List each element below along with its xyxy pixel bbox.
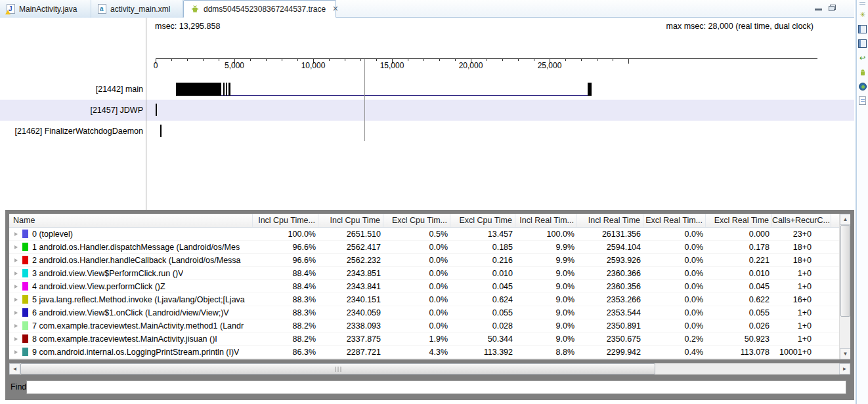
column-header[interactable]: Incl Cpu Time... [253,214,318,227]
cell-incl_cpu_pct: 88.3% [253,308,318,317]
minimized-views-strip: ✳ ↩ [856,0,868,404]
main-thread-activity-bar[interactable] [588,83,592,96]
strip-handle[interactable] [859,2,865,5]
tab-mainactivity-java[interactable]: J MainActivity.java [0,0,91,18]
thread-row[interactable]: [21442] main [0,79,854,100]
cell-incl_cpu: 2562.232 [318,256,383,265]
cell-calls: 1+0 [772,269,831,278]
column-header[interactable]: Excl Real Tim... [643,214,706,227]
column-header[interactable]: Calls+RecurC... [772,214,831,227]
scroll-right-icon[interactable]: ► [839,363,850,374]
thread-row[interactable]: [21462] FinalizerWatchdogDaemon [0,121,854,142]
table-row[interactable]: 5 java.lang.reflect.Method.invoke (Ljava… [9,293,850,306]
cell-excl_cpu_pct: 0.5% [383,230,450,239]
ruler-tick [360,58,361,61]
method-color-chip [22,295,28,304]
method-name: 8 com.example.traceviewtest.MainActivity… [32,334,217,344]
table-row[interactable]: 3 android.view.View$PerformClick.run ()V… [9,267,850,280]
column-header[interactable]: Incl Real Tim... [515,214,577,227]
table-row[interactable]: 0 (toplevel)100.0%2651.5100.5%13.457100.… [9,228,850,241]
android-icon [190,5,200,14]
cell-incl_cpu: 2651.510 [318,230,383,239]
column-header[interactable]: Excl Cpu Time [450,214,515,227]
panel-view-icon[interactable] [858,39,867,48]
label-divider[interactable] [146,18,146,210]
scroll-left-icon[interactable]: ◄ [9,363,20,374]
expand-arrow-icon[interactable] [14,245,18,249]
column-header[interactable]: Excl Real Time [706,214,772,227]
cell-incl_cpu: 2340.151 [318,295,383,304]
column-header[interactable]: Excl Cpu Tim... [383,214,450,227]
thread-label: [21442] main [0,79,143,100]
cell-excl_cpu_pct: 0.0% [383,256,450,265]
expand-arrow-icon[interactable] [14,311,18,315]
panel-view-icon[interactable] [858,25,867,33]
method-name: 5 java.lang.reflect.Method.invoke (Ljava… [32,295,245,304]
java-file-icon: J [7,4,15,14]
cell-excl_cpu_pct: 0.0% [383,269,450,278]
tab-label: MainActivity.java [19,5,77,14]
minimize-view-icon[interactable] [815,5,822,10]
scroll-up-icon[interactable]: ▲ [840,214,850,225]
expand-arrow-icon[interactable] [14,285,18,289]
cell-incl_cpu: 2337.875 [318,334,383,344]
globe-icon[interactable] [859,83,867,91]
cell-incl_real_pct: 9.0% [515,269,577,278]
cell-incl_cpu_pct: 100.0% [253,230,318,239]
time-ruler[interactable] [156,58,817,59]
table-row[interactable]: 4 android.view.View.performClick ()Z88.4… [9,280,850,293]
cell-excl_cpu_pct: 1.9% [383,334,450,344]
tab-label: activity_main.xml [110,5,170,14]
main-thread-activity-bar[interactable] [223,83,225,96]
table-row[interactable]: 7 com.example.traceviewtest.MainActivity… [9,319,850,333]
table-row[interactable]: 9 com.android.internal.os.LoggingPrintSt… [9,346,850,359]
main-thread-activity-bar[interactable] [176,83,221,96]
cell-incl_cpu: 2343.841 [318,282,383,291]
expand-arrow-icon[interactable] [14,258,18,262]
table-vertical-scrollbar[interactable]: ▲ ▼ [839,214,850,359]
main-thread-activity-bar[interactable] [226,83,227,96]
cell-incl_cpu: 2343.851 [318,269,383,278]
tab-activity-main-xml[interactable]: a activity_main.xml [91,0,183,18]
table-row[interactable]: 6 android.view.View$1.onClick (Landroid/… [9,306,850,319]
table-horizontal-scrollbar[interactable]: ◄ ► [9,363,850,374]
restore-view-icon[interactable] [829,5,836,11]
cell-incl_real_pct: 8.8% [515,348,577,357]
expand-arrow-icon[interactable] [14,232,18,236]
table-row[interactable]: 8 com.example.traceviewtest.MainActivity… [9,333,850,346]
cell-incl_cpu: 2562.417 [318,243,383,252]
ruler-tick-label: 25,000 [538,61,562,70]
cell-excl_cpu: 0.624 [450,295,515,304]
column-header[interactable]: Name [9,214,253,227]
main-thread-activity-bar[interactable] [228,83,230,96]
scroll-down-icon[interactable]: ▼ [840,348,850,359]
thread-row[interactable]: [21457] JDWP [0,100,854,121]
find-input[interactable] [26,380,846,394]
expand-arrow-icon[interactable] [14,324,18,328]
cell-incl_cpu_pct: 88.2% [253,334,318,344]
table-row[interactable]: 1 android.os.Handler.dispatchMessage (La… [9,241,850,254]
back-arrow-icon[interactable]: ↩ [858,54,867,62]
current-msec-label: msec: 13,295.858 [155,22,220,31]
thread-activity-tick[interactable] [156,104,157,116]
expand-arrow-icon[interactable] [14,337,18,341]
method-color-chip [22,269,28,277]
expand-arrow-icon[interactable] [14,272,18,275]
vertical-scroll-thumb[interactable] [840,225,850,317]
star-icon[interactable]: ✳ [858,10,867,19]
traceview-timeline-panel[interactable]: msec: 13,295.858 max msec: 28,000 (real … [0,18,854,210]
method-color-chip [22,282,28,291]
expand-arrow-icon[interactable] [14,350,18,354]
column-header[interactable]: Incl Real Time [577,214,643,227]
expand-arrow-icon[interactable] [14,298,18,302]
android-view-icon[interactable] [858,68,867,77]
table-header-row: NameIncl Cpu Time...Incl Cpu TimeExcl Cp… [9,214,850,228]
close-tab-icon[interactable]: ✕ [332,5,338,12]
horizontal-scroll-thumb[interactable] [20,363,655,374]
thread-activity-tick[interactable] [160,125,162,137]
file-view-icon[interactable] [859,96,866,105]
tab-trace-file[interactable]: ddms5045452308367244537.trace ✕ [183,0,336,18]
table-row[interactable]: 2 android.os.Handler.handleCallback (Lan… [9,254,850,267]
column-header[interactable]: Incl Cpu Time [318,214,383,227]
ruler-tick [203,58,204,61]
